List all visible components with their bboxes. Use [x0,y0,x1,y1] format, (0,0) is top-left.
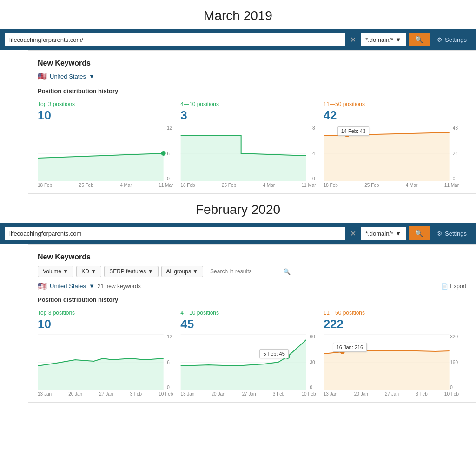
export-label: Export [450,283,466,290]
country-export-row: 🇺🇸 United States ▼ 21 new keywords 📄 Exp… [38,282,466,291]
export-icon: 📄 [441,283,448,290]
chart-svg-top3-2 [38,334,173,390]
toolbar-1: ✕ *.domain/* ▼ 🔍 ⚙ Settings [0,29,476,50]
country-label-1: United States [50,73,86,80]
chart-top3-2: Top 3 positions 10 12 6 0 [38,310,180,397]
chart-11to50-label-1: 11—50 positions [324,101,459,107]
gear-icon-2: ⚙ [437,230,443,237]
chevron-country-2: ▼ [89,283,95,290]
chart-11to50-value-1: 42 [324,108,459,123]
chart-svg-top3-1 [38,126,173,181]
chart-11to50-value-2: 222 [324,317,459,331]
domain-filter-1[interactable]: *.domain/* ▼ [361,33,406,46]
settings-label-1: Settings [445,36,467,43]
chart-top3-value-1: 10 [38,108,173,123]
chart-4to10-xlabels-1: 18 Feb 25 Feb 4 Mar 11 Mar [180,183,316,188]
url-input-2[interactable] [5,227,345,240]
groups-filter[interactable]: All groups ▼ [161,266,204,277]
export-button[interactable]: 📄 Export [441,283,466,290]
chart-svg-4to10-1 [180,126,316,181]
serp-filter[interactable]: SERP features ▼ [104,266,158,277]
chart-tooltip-1: 14 Feb: 43 [337,126,370,136]
chart-tooltip-4to10-2: 5 Feb: 45 [259,349,288,358]
country-label-2: United States [50,283,86,290]
settings-label-2: Settings [445,230,467,237]
search-icon-inline: 🔍 [283,268,291,275]
settings-button-2[interactable]: ⚙ Settings [432,227,471,240]
panel-2: New Keywords Volume ▼ KD ▼ SERP features… [28,244,476,403]
chart-4to10-ylabels-1: 8 4 0 [312,126,316,181]
chart-top3-1: Top 3 positions 10 [38,101,180,188]
svg-point-4 [161,151,166,156]
panel-1: New Keywords 🇺🇸 United States ▼ Position… [28,50,476,194]
filter-row-2: Volume ▼ KD ▼ SERP features ▼ All groups… [38,266,466,277]
settings-button-1[interactable]: ⚙ Settings [432,33,471,46]
chart-4to10-ylabels-2: 60 30 0 [310,334,316,390]
volume-filter[interactable]: Volume ▼ [38,266,73,277]
chevron-country-1: ▼ [89,73,95,80]
chart-4to10-xlabels-2: 13 Jan 20 Jan 27 Jan 3 Feb 10 Feb [180,391,316,397]
chart-11to50-xlabels-1: 18 Feb 25 Feb 4 Mar 11 Mar [324,183,459,188]
gear-icon-1: ⚙ [437,36,443,43]
flag-icon-1: 🇺🇸 [38,72,47,81]
flag-icon-2: 🇺🇸 [38,282,47,291]
chevron-down-icon-2: ▼ [395,230,401,237]
url-input-1[interactable] [5,33,345,46]
chart-tooltip-11to50-2: 16 Jan: 216 [333,343,367,352]
domain-filter-label-1: *.domain/* [365,36,393,43]
dist-heading-2: Position distribution history [38,296,466,303]
section2-title: February 2020 [0,194,476,223]
chart-4to10-value-2: 45 [180,317,316,331]
country-selector-1[interactable]: 🇺🇸 United States ▼ [38,72,466,81]
charts-row-1: Top 3 positions 10 [38,101,466,188]
chart-11to50-2: 11—50 positions 222 16 Jan: 216 [324,310,466,397]
clear-url-1[interactable]: ✕ [348,35,358,44]
domain-filter-label-2: *.domain/* [365,230,393,237]
country-selector-2[interactable]: 🇺🇸 United States ▼ 21 new keywords [38,282,141,291]
domain-filter-2[interactable]: *.domain/* ▼ [361,227,406,240]
svg-marker-12 [324,132,449,181]
chart-4to10-label-1: 4—10 positions [180,101,316,107]
search-results-input[interactable] [206,266,280,277]
chart-svg-4to10-2 [180,334,316,390]
chart-top3-xlabels-1: 18 Feb 25 Feb 4 Mar 11 Mar [38,183,173,188]
chart-4to10-value-1: 3 [180,108,316,123]
chart-4to10-label-2: 4—10 positions [180,310,316,316]
chart-top3-label-2: Top 3 positions [38,310,173,316]
svg-marker-26 [324,350,449,390]
chevron-down-icon-1: ▼ [395,36,401,43]
chart-11to50-ylabels-2: 320 160 0 [450,334,459,390]
toolbar-2: ✕ *.domain/* ▼ 🔍 ⚙ Settings [0,223,476,244]
chart-11to50-1: 11—50 positions 42 14 Feb: 43 [324,101,466,188]
charts-row-2: Top 3 positions 10 12 6 0 [38,310,466,397]
chart-11to50-xlabels-2: 13 Jan 20 Jan 27 Jan 3 Feb 10 Feb [324,391,459,397]
search-button-2[interactable]: 🔍 [409,226,430,240]
new-keywords-count: 21 new keywords [98,283,141,290]
chart-11to50-label-2: 11—50 positions [324,310,459,316]
kd-filter[interactable]: KD ▼ [76,266,101,277]
chart-top3-label-1: Top 3 positions [38,101,173,107]
chart-11to50-ylabels-1: 48 24 0 [453,126,459,181]
chart-top3-ylabels-2: 12 6 0 [167,334,173,390]
chart-top3-xlabels-2: 13 Jan 20 Jan 27 Jan 3 Feb 10 Feb [38,391,173,397]
chart-top3-ylabels-1: 12 6 0 [167,126,173,181]
dist-heading-1: Position distribution history [38,87,466,94]
chart-top3-value-2: 10 [38,317,173,331]
svg-marker-8 [181,136,306,181]
clear-url-2[interactable]: ✕ [348,229,358,238]
chart-4to10-1: 4—10 positions 3 8 4 0 [180,101,323,188]
section1-title: March 2019 [0,0,476,29]
search-button-1[interactable]: 🔍 [409,33,430,46]
panel-title-1: New Keywords [38,59,466,67]
chart-4to10-2: 4—10 positions 45 5 Feb: 45 [180,310,323,397]
panel-title-2: New Keywords [38,253,466,261]
